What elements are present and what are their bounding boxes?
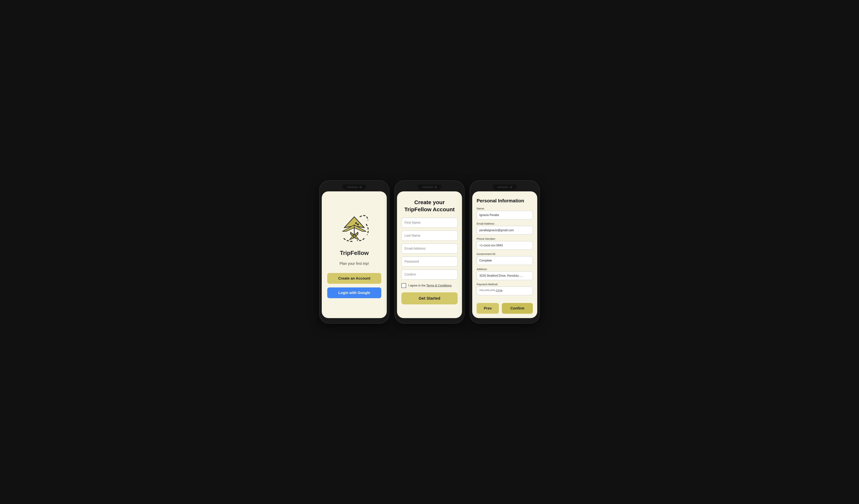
- gov-id-field-group: Government ID:: [477, 253, 533, 265]
- phone-input[interactable]: [477, 241, 533, 250]
- payment-input[interactable]: [477, 287, 533, 295]
- notch-pill: [422, 186, 433, 188]
- address-input[interactable]: [477, 271, 533, 280]
- get-started-button[interactable]: Get Started: [402, 292, 457, 304]
- name-field-group: Name:: [477, 207, 533, 219]
- app-title: TripFellow: [340, 250, 369, 256]
- tagline: Plan your first trip!: [340, 261, 369, 266]
- notch-pill: [347, 186, 358, 188]
- personal-info-title: Personal Information: [477, 198, 533, 203]
- terms-row: I agree to the Terms & Conditions: [402, 283, 457, 288]
- gov-id-label: Government ID:: [477, 253, 533, 256]
- prev-button[interactable]: Prev: [477, 303, 499, 314]
- info-screen: Personal Information Name: Email Address…: [472, 192, 537, 318]
- gov-id-input[interactable]: [477, 256, 533, 265]
- register-screen: Create your TripFellow Account I agree t…: [397, 192, 462, 318]
- terms-checkbox[interactable]: [402, 283, 406, 288]
- phone-field-group: Phone Number:: [477, 237, 533, 250]
- email-field-group: Email Address:: [477, 222, 533, 235]
- register-title: Create your TripFellow Account: [404, 199, 455, 213]
- payment-label: Payment Method:: [477, 283, 533, 286]
- plane-icon: [336, 211, 373, 244]
- terms-link[interactable]: Terms & Conditions: [426, 284, 452, 287]
- email-label: Email Address:: [477, 222, 533, 225]
- welcome-screen: TripFellow Plan your first trip! Create …: [322, 192, 387, 318]
- name-label: Name:: [477, 207, 533, 210]
- phone-personal-info: Personal Information Name: Email Address…: [470, 181, 539, 323]
- confirm-button[interactable]: Confirm: [502, 303, 533, 314]
- svg-point-0: [355, 222, 357, 224]
- address-field-group: Address:: [477, 268, 533, 280]
- phone-notch: [418, 184, 441, 190]
- login-google-button[interactable]: Login with Google: [327, 287, 381, 298]
- terms-text: I agree to the Terms & Conditions: [408, 284, 452, 287]
- name-input[interactable]: [477, 211, 533, 219]
- phone-register: Create your TripFellow Account I agree t…: [395, 181, 464, 323]
- phone-notch: [342, 184, 366, 190]
- notch-pill: [497, 186, 508, 188]
- notch-camera: [510, 186, 512, 188]
- phone-welcome: TripFellow Plan your first trip! Create …: [320, 181, 389, 323]
- email-input[interactable]: [402, 244, 457, 254]
- notch-camera: [435, 186, 437, 188]
- notch-camera: [359, 186, 362, 188]
- password-input[interactable]: [402, 257, 457, 266]
- confirm-password-input[interactable]: [402, 270, 457, 279]
- bottom-buttons: Prev Confirm: [477, 301, 533, 314]
- payment-field-group: Payment Method:: [477, 283, 533, 295]
- address-label: Address:: [477, 268, 533, 271]
- last-name-input[interactable]: [402, 231, 457, 241]
- email-input-info[interactable]: [477, 226, 533, 235]
- first-name-input[interactable]: [402, 218, 457, 228]
- phone-notch: [493, 184, 517, 190]
- svg-point-1: [357, 224, 359, 225]
- create-account-button[interactable]: Create an Account: [327, 273, 381, 284]
- phone-label: Phone Number:: [477, 237, 533, 240]
